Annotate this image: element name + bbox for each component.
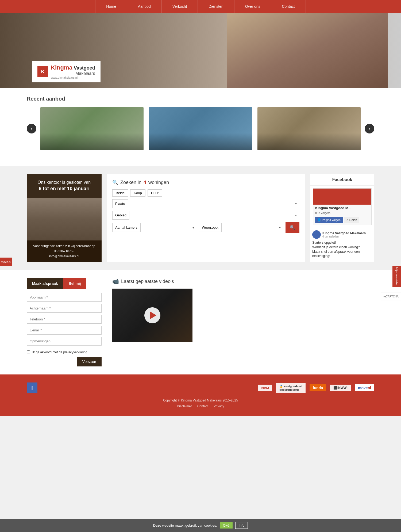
inwwi-logo: ⬛INWWI	[330, 385, 351, 391]
footer-contact-link[interactable]: Contact	[197, 404, 208, 408]
property-card-2[interactable]	[149, 107, 252, 150]
place-select-wrapper: Plaats	[112, 199, 299, 208]
nav-verkocht[interactable]: Verkocht	[162, 0, 198, 13]
nav-over-ons[interactable]: Over ons	[234, 0, 271, 13]
form-tabs: Maak afspraak Bel mij	[27, 278, 102, 289]
search-submit-button[interactable]: 🔍	[286, 222, 299, 233]
recent-aanbod-title: Recent aanbod	[27, 96, 374, 102]
area-select[interactable]: Gebied	[112, 211, 129, 220]
property-carousel: ‹ ›	[27, 107, 374, 150]
email-input[interactable]	[27, 326, 102, 335]
footer-links: Disclaimer Contact Privacy	[27, 404, 374, 408]
fb-follow-button[interactable]: 📘 Pagina volgen	[315, 217, 343, 223]
video-title: 📹 Laatst geplaatste video's	[112, 278, 374, 285]
video-player[interactable]	[112, 289, 192, 342]
carousel-next-button[interactable]: ›	[365, 124, 374, 133]
firstname-input[interactable]	[27, 293, 102, 302]
facebook-content: Kingma Vastgoed M... 887 volgers 📘 Pagin…	[310, 188, 374, 261]
living-select-wrapper: Woon.opp.	[199, 223, 283, 232]
nav-contact[interactable]: Contact	[271, 0, 306, 13]
carousel-prev-button[interactable]: ‹	[27, 124, 36, 133]
bottom-section: Maak afspraak Bel mij Ik ga akkoord met …	[0, 270, 401, 374]
fb-share-button[interactable]: ↗ Delen	[344, 217, 359, 223]
middle-section: Ons kantoor is gesloten van 6 tot en met…	[0, 166, 401, 270]
video-icon: 📹	[112, 278, 119, 285]
area-select-wrapper: Gebied	[112, 211, 299, 220]
main-nav: Home Aanbod Verkocht Diensten Over ons C…	[0, 0, 401, 13]
footer-partner-logos: NVM 🏅 vastgoedcertgecertificeerd funda ⬛…	[258, 383, 374, 393]
submit-button[interactable]: Verstuur	[77, 357, 102, 366]
filter-rent-button[interactable]: Huur	[148, 189, 162, 197]
fb-post-text: Starters opgelet! Wordt dit je eerste ei…	[312, 240, 372, 258]
hero-logo-text: Kingma Vastgoed Makelaars www.okmakelaar…	[51, 64, 95, 79]
phone-input[interactable]	[27, 315, 102, 324]
hero-section: K Kingma Vastgoed Makelaars www.okmakela…	[0, 13, 401, 88]
remarks-input[interactable]	[27, 337, 102, 346]
main-content: Recent aanbod ‹ ›	[0, 88, 401, 166]
copyright-text: Copyright © Kingma Vastgoed Makelaars 20…	[27, 399, 374, 402]
property-card-1[interactable]	[40, 107, 144, 150]
login-tab[interactable]: Inloggen move.nl	[0, 258, 12, 266]
filter-buy-button[interactable]: Koop	[130, 189, 145, 197]
fb-post-time: 6 uur geleden	[322, 235, 366, 238]
fb-followers: 887 volgers	[313, 211, 371, 216]
fb-post-meta: Kingma Vastgoed Makelaars 6 uur geleden	[322, 231, 366, 238]
facebook-header: Facebook	[310, 174, 374, 186]
fb-post: Kingma Vastgoed Makelaars 6 uur geleden …	[310, 228, 374, 261]
hero-person-image	[227, 13, 388, 88]
privacy-row: Ik ga akkoord met de privacyverklaring	[27, 350, 102, 354]
play-button[interactable]	[144, 307, 160, 323]
hero-logo-icon: K	[37, 66, 48, 77]
vastgoedcert-logo: 🏅 vastgoedcertgecertificeerd	[276, 383, 306, 393]
nvm-logo: NVM	[258, 385, 272, 391]
fb-actions: 📘 Pagina volgen ↗ Delen	[313, 216, 371, 225]
office-closed-box: Ons kantoor is gesloten van 6 tot en met…	[27, 174, 102, 262]
search-filters: Beide Koop Huur Plaats Gebied Aantal kam…	[112, 189, 299, 233]
living-select[interactable]: Woon.opp.	[199, 223, 222, 232]
fb-avatar	[312, 230, 321, 239]
footer-privacy-link[interactable]: Privacy	[214, 404, 224, 408]
rooms-select-wrapper: Aantal kamers	[112, 223, 197, 232]
office-closed-header: Ons kantoor is gesloten van 6 tot en met…	[27, 174, 102, 198]
footer: f NVM 🏅 vastgoedcertgecertificeerd funda…	[0, 374, 401, 416]
filter-rooms-row: Aantal kamers Woon.opp. 🔍	[112, 222, 299, 233]
search-icon: 🔍	[112, 179, 118, 185]
fb-page-name: Kingma Vastgoed M...	[313, 205, 371, 211]
video-section: 📹 Laatst geplaatste video's	[112, 278, 374, 366]
move-logo: movenl	[355, 384, 374, 391]
lastname-input[interactable]	[27, 304, 102, 313]
footer-bottom: Copyright © Kingma Vastgoed Makelaars 20…	[27, 399, 374, 408]
rooms-select[interactable]: Aantal kamers	[112, 223, 141, 232]
facebook-box: Facebook Kingma Vastgoed M... 887 volger…	[310, 174, 374, 262]
footer-disclaimer-link[interactable]: Disclaimer	[177, 404, 192, 408]
nav-aanbod[interactable]: Aanbod	[127, 0, 162, 13]
privacy-label: Ik ga akkoord met de privacyverklaring	[32, 350, 87, 354]
fb-post-name: Kingma Vastgoed Makelaars	[322, 231, 366, 235]
office-footer: Voor dringende zaken zijn wij bereikbaar…	[27, 240, 102, 262]
filter-type-row: Beide Koop Huur	[112, 189, 299, 197]
fb-post-header: Kingma Vastgoed Makelaars 6 uur geleden	[312, 230, 372, 239]
funda-logo: funda	[310, 384, 326, 391]
recaptcha-widget: reCAPTCHA	[381, 293, 401, 300]
office-building-image	[27, 198, 102, 240]
footer-facebook-button[interactable]: f	[27, 382, 37, 393]
fb-page-preview: Kingma Vastgoed M... 887 volgers 📘 Pagin…	[313, 188, 372, 225]
hero-logo-box: K Kingma Vastgoed Makelaars www.okmakela…	[32, 61, 101, 82]
place-select[interactable]: Plaats	[112, 199, 128, 208]
favorites-tab[interactable]: Mijn favorieten	[392, 266, 401, 288]
tab-appointment[interactable]: Maak afspraak	[27, 278, 63, 289]
nav-home[interactable]: Home	[95, 0, 127, 13]
filter-both-button[interactable]: Beide	[112, 189, 128, 197]
nav-diensten[interactable]: Diensten	[198, 0, 234, 13]
privacy-checkbox[interactable]	[27, 350, 30, 354]
property-cards-list	[40, 107, 361, 150]
filter-area-row: Gebied	[112, 211, 299, 220]
property-card-3[interactable]	[257, 107, 361, 150]
search-title: 🔍 Zoeken in 4 woningen	[112, 179, 299, 185]
filter-place-row: Plaats	[112, 199, 299, 208]
search-box: 🔍 Zoeken in 4 woningen Beide Koop Huur P…	[107, 174, 305, 262]
fb-page-cover	[313, 189, 371, 205]
contact-form: Maak afspraak Bel mij Ik ga akkoord met …	[27, 278, 102, 366]
tab-call[interactable]: Bel mij	[63, 278, 86, 289]
play-triangle-icon	[150, 311, 156, 319]
